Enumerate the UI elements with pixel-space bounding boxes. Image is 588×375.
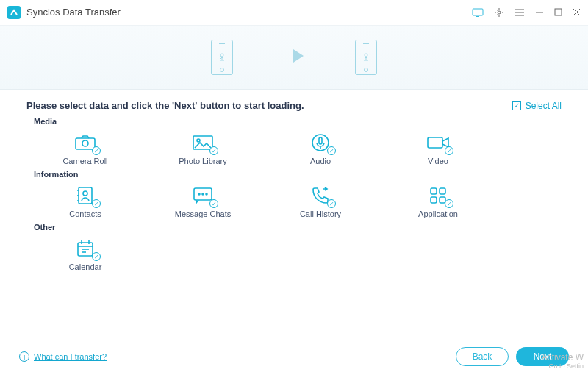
window-controls — [472, 7, 581, 18]
svg-rect-14 — [193, 136, 212, 149]
svg-rect-0 — [473, 9, 483, 15]
help-text: What can I transfer? — [34, 352, 107, 361]
svg-rect-28 — [431, 188, 437, 194]
next-button[interactable]: Next — [516, 347, 569, 366]
transfer-banner — [0, 25, 588, 90]
svg-point-20 — [83, 191, 87, 196]
svg-point-2 — [498, 11, 501, 14]
calendar-icon — [71, 238, 99, 260]
settings-icon[interactable] — [494, 7, 504, 18]
instruction-text: Please select data and click the 'Next' … — [26, 100, 304, 111]
select-all-checkbox-icon — [512, 101, 521, 110]
group-media-items: Camera Roll Photo Library Audio — [26, 132, 562, 165]
item-label: Audio — [310, 157, 331, 165]
video-icon — [424, 132, 452, 154]
target-phone-icon — [355, 40, 377, 75]
camera-icon — [71, 132, 99, 154]
message-icon — [189, 185, 217, 207]
app-title: Syncios Data Transfer — [26, 7, 472, 18]
contacts-icon — [71, 185, 99, 207]
footer-buttons: Back Next — [456, 347, 569, 366]
select-all-label: Select All — [526, 101, 562, 111]
help-link[interactable]: i What can I transfer? — [19, 351, 107, 362]
screen-icon[interactable] — [472, 8, 484, 17]
svg-point-15 — [197, 139, 200, 142]
svg-point-13 — [82, 140, 88, 146]
item-label: Application — [418, 210, 458, 218]
svg-point-26 — [202, 193, 204, 195]
item-label: Photo Library — [179, 157, 226, 165]
group-information-label: Information — [34, 170, 562, 179]
item-label: Contacts — [69, 210, 101, 218]
group-media-label: Media — [34, 117, 562, 126]
maximize-icon[interactable] — [554, 8, 562, 16]
audio-icon — [306, 132, 334, 154]
source-phone-icon — [211, 40, 233, 75]
item-contacts[interactable]: Contacts — [26, 185, 144, 218]
item-label: Message Chats — [175, 210, 231, 218]
svg-rect-17 — [319, 138, 322, 144]
item-label: Call History — [300, 210, 341, 218]
item-label: Calendar — [69, 262, 102, 271]
app-window: Syncios Data Transfer Please select data… — [0, 0, 588, 375]
item-audio[interactable]: Audio — [262, 132, 379, 165]
item-label: Video — [428, 157, 448, 165]
application-icon — [424, 185, 452, 207]
svg-point-11 — [365, 54, 368, 57]
select-all-toggle[interactable]: Select All — [512, 101, 562, 111]
item-photo-library[interactable]: Photo Library — [144, 132, 262, 165]
group-other-label: Other — [34, 223, 562, 232]
svg-rect-29 — [440, 188, 445, 194]
content-area: Please select data and click the 'Next' … — [0, 90, 588, 338]
item-video[interactable]: Video — [379, 132, 497, 165]
svg-rect-30 — [431, 197, 437, 203]
footer: i What can I transfer? Back Next — [0, 338, 588, 375]
svg-point-27 — [206, 193, 207, 195]
app-logo-icon — [7, 6, 21, 19]
back-button[interactable]: Back — [456, 347, 509, 366]
item-call-history[interactable]: Call History — [262, 185, 379, 218]
svg-point-25 — [198, 193, 200, 195]
photo-icon — [189, 132, 217, 154]
menu-icon[interactable] — [514, 8, 525, 17]
svg-rect-18 — [428, 138, 442, 148]
info-icon: i — [19, 351, 29, 362]
transfer-arrow-icon — [277, 46, 311, 68]
svg-rect-7 — [555, 9, 562, 15]
call-history-icon — [306, 185, 334, 207]
svg-point-10 — [220, 54, 223, 57]
group-information-items: Contacts Message Chats Call History — [26, 185, 562, 218]
item-message-chats[interactable]: Message Chats — [144, 185, 262, 218]
item-calendar[interactable]: Calendar — [26, 238, 144, 271]
close-icon[interactable] — [573, 8, 581, 16]
item-application[interactable]: Application — [379, 185, 497, 218]
item-label: Camera Roll — [62, 157, 107, 165]
item-camera-roll[interactable]: Camera Roll — [26, 132, 144, 165]
minimize-icon[interactable] — [535, 8, 544, 17]
group-other-items: Calendar — [26, 238, 562, 271]
titlebar: Syncios Data Transfer — [0, 0, 588, 25]
